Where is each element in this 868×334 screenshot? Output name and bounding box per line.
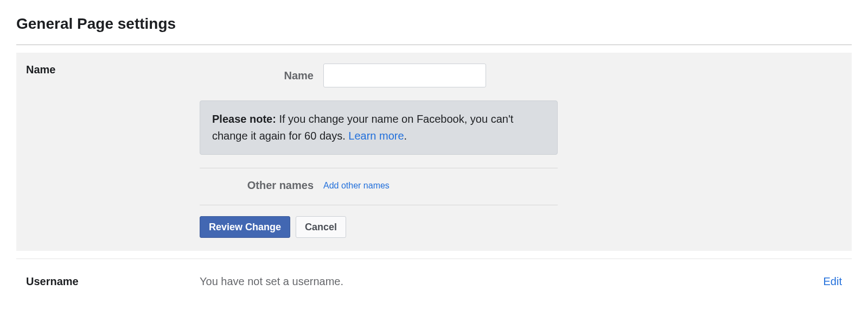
name-section-label: Name	[26, 64, 55, 75]
name-field-label: Name	[200, 70, 314, 82]
cancel-button[interactable]: Cancel	[296, 216, 346, 238]
note-suffix: .	[404, 130, 407, 142]
add-other-names-link[interactable]: Add other names	[323, 181, 390, 191]
username-value: You have not set a username.	[200, 275, 824, 288]
username-section: Username You have not set a username. Ed…	[16, 259, 852, 288]
username-section-label: Username	[26, 275, 79, 287]
buttons-divider	[200, 205, 558, 205]
learn-more-link[interactable]: Learn more	[348, 130, 404, 142]
name-section: Name Name Please note: If you change you…	[16, 53, 852, 251]
username-edit-link[interactable]: Edit	[824, 275, 842, 288]
title-divider	[16, 45, 852, 45]
button-row: Review Change Cancel	[200, 216, 842, 238]
other-names-label: Other names	[200, 179, 314, 192]
page-title: General Page settings	[16, 15, 852, 33]
name-input[interactable]	[323, 64, 486, 87]
review-change-button[interactable]: Review Change	[200, 216, 290, 238]
name-change-note: Please note: If you change your name on …	[200, 100, 558, 155]
name-section-label-col: Name	[26, 64, 200, 238]
note-divider	[200, 168, 558, 168]
name-section-content: Name Please note: If you change your nam…	[200, 64, 842, 238]
name-field-row: Name	[200, 64, 842, 87]
username-label-col: Username	[26, 275, 200, 288]
note-prefix: Please note:	[212, 113, 276, 125]
other-names-row: Other names Add other names	[200, 179, 558, 192]
